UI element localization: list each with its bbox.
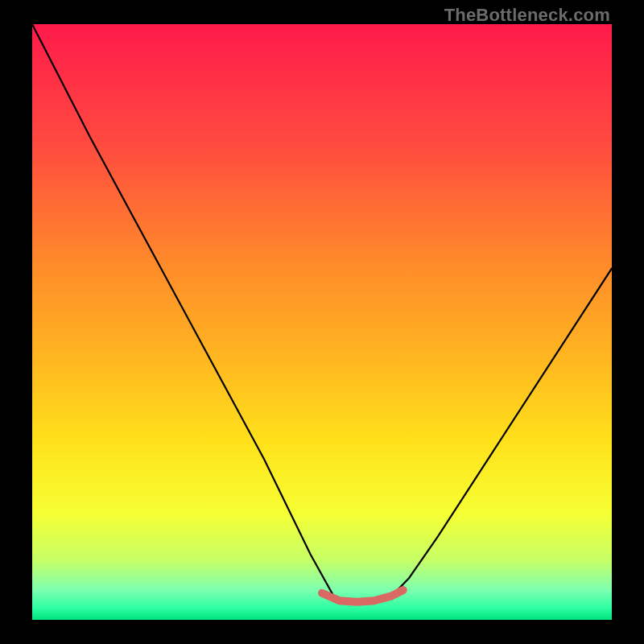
chart-curves bbox=[32, 24, 612, 620]
chart-frame: TheBottleneck.com bbox=[0, 0, 644, 644]
plot-area bbox=[32, 24, 612, 620]
bottleneck-curve bbox=[32, 24, 612, 602]
watermark-label: TheBottleneck.com bbox=[444, 5, 610, 26]
sweet-spot-band bbox=[322, 590, 403, 602]
